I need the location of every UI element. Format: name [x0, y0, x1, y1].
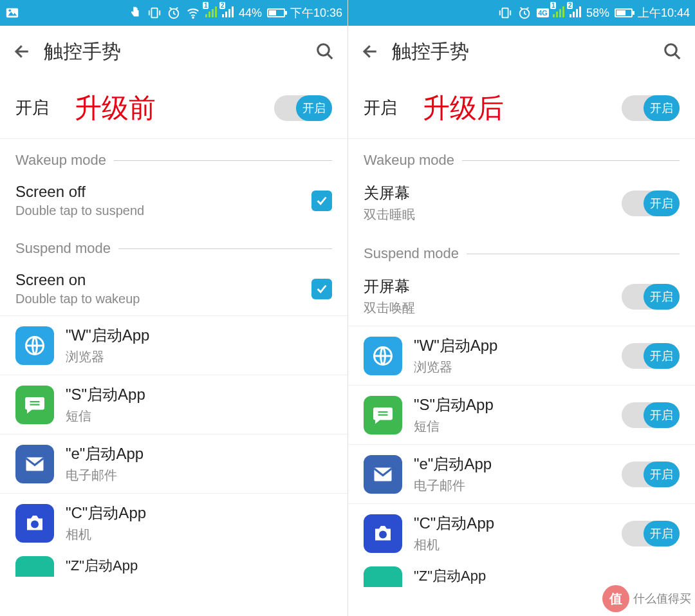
app-e-row[interactable]: "e"启动App电子邮件 — [0, 434, 348, 494]
app-z-icon — [364, 566, 402, 587]
annotation-before: 升级前 — [75, 90, 156, 126]
watermark-badge: 值 — [602, 585, 629, 612]
vibrate-icon — [147, 6, 162, 20]
back-button[interactable] — [13, 42, 32, 61]
app-w-row[interactable]: "W"启动App浏览器 开启 — [348, 326, 695, 386]
hand-icon — [128, 6, 142, 20]
screen-off-toggle[interactable]: 开启 — [622, 191, 680, 216]
svg-rect-3 — [151, 8, 157, 18]
svg-point-11 — [31, 520, 39, 528]
screen-off-row[interactable]: 关屏幕 双击睡眠 开启 — [348, 174, 695, 232]
svg-point-14 — [665, 44, 677, 56]
pane-before: 1 2 44% 下午10:36 触控手势 开启 升级前 开启 Wakeup mo… — [0, 0, 348, 616]
app-z-icon — [15, 556, 54, 577]
pane-after: 4G 1 2 58% 上午10:44 触控手势 开启 升级后 开启 Wakeup… — [348, 0, 695, 616]
wakeup-section-header: Wakeup mode — [348, 139, 695, 174]
screen-on-toggle[interactable]: 开启 — [622, 284, 680, 310]
search-button[interactable] — [663, 42, 682, 61]
screen-on-row[interactable]: Screen on Double tap to wakeup — [0, 262, 348, 316]
svg-rect-9 — [30, 404, 40, 405]
mail-icon — [364, 455, 402, 494]
master-label: 开启 — [15, 97, 49, 119]
app-c-row[interactable]: "C"启动App相机 — [0, 494, 348, 552]
app-s-row[interactable]: "S"启动App短信 开启 — [348, 386, 695, 445]
status-time: 下午10:36 — [290, 5, 342, 21]
app-w-toggle[interactable]: 开启 — [622, 343, 680, 369]
suspend-section-header: Suspend mode — [0, 227, 348, 262]
svg-point-6 — [318, 44, 329, 56]
status-bar: 4G 1 2 58% 上午10:44 — [348, 0, 695, 26]
app-s-row[interactable]: "S"启动App短信 — [0, 375, 348, 434]
search-button[interactable] — [315, 42, 335, 61]
master-toggle-row: 开启 升级前 开启 — [0, 77, 348, 139]
screen-off-title: Screen off — [15, 183, 144, 201]
browser-icon — [15, 326, 54, 365]
svg-point-2 — [9, 10, 12, 12]
sim1-signal: 1 — [553, 6, 564, 21]
master-toggle[interactable]: 开启 — [622, 95, 680, 121]
mail-icon — [15, 445, 54, 483]
wakeup-section-header: Wakeup mode — [0, 139, 348, 174]
camera-icon — [15, 504, 54, 543]
svg-point-19 — [379, 530, 387, 538]
camera-icon — [364, 514, 402, 553]
alarm-icon — [167, 6, 181, 20]
page-title: 触控手势 — [392, 39, 469, 65]
screen-on-sub: Double tap to wakeup — [15, 292, 140, 306]
browser-icon — [364, 337, 402, 375]
screen-off-row[interactable]: Screen off Double tap to suspend — [0, 174, 348, 227]
screen-off-sub: Double tap to suspend — [15, 203, 144, 218]
app-w-row[interactable]: "W"启动App浏览器 — [0, 316, 348, 375]
sms-icon — [364, 396, 402, 434]
wifi-icon — [186, 6, 200, 20]
image-icon — [5, 6, 19, 20]
app-s-toggle[interactable]: 开启 — [622, 402, 680, 428]
status-time: 上午10:44 — [638, 5, 690, 21]
svg-rect-0 — [6, 8, 18, 18]
sim1-signal: 1 — [205, 6, 217, 21]
svg-point-5 — [192, 17, 194, 18]
suspend-section-header: Suspend mode — [348, 232, 695, 267]
annotation-after: 升级后 — [423, 90, 504, 126]
app-e-row[interactable]: "e"启动App电子邮件 开启 — [348, 445, 695, 504]
master-toggle[interactable]: 开启 — [274, 95, 332, 121]
sim2-signal: 2 — [222, 6, 234, 21]
svg-rect-8 — [30, 401, 40, 402]
vibrate-icon — [498, 6, 512, 20]
page-title: 触控手势 — [44, 39, 121, 65]
master-toggle-row: 开启 升级后 开启 — [348, 77, 695, 139]
sim2-signal: 2 — [570, 6, 581, 21]
network-4g: 4G — [537, 8, 549, 17]
watermark: 值 什么值得买 — [602, 585, 691, 612]
app-c-toggle[interactable]: 开启 — [622, 521, 680, 546]
master-label: 开启 — [364, 97, 397, 119]
app-z-row-partial[interactable]: "Z"启动App — [0, 552, 348, 577]
app-bar: 触控手势 — [348, 26, 695, 77]
sms-icon — [15, 386, 54, 424]
battery-pct: 58% — [586, 6, 609, 20]
battery-pct: 44% — [239, 6, 262, 20]
app-e-toggle[interactable]: 开启 — [622, 462, 680, 487]
alarm-icon — [517, 6, 532, 20]
status-bar: 1 2 44% 下午10:36 — [0, 0, 348, 26]
back-button[interactable] — [361, 42, 380, 61]
screen-on-title: Screen on — [15, 271, 140, 289]
svg-rect-16 — [378, 411, 388, 413]
app-bar: 触控手势 — [0, 26, 348, 77]
screen-off-checkbox[interactable] — [311, 191, 332, 211]
battery-icon — [267, 8, 285, 17]
screen-on-checkbox[interactable] — [311, 279, 332, 299]
svg-rect-12 — [503, 8, 508, 18]
screen-on-row[interactable]: 开屏幕 双击唤醒 开启 — [348, 267, 695, 326]
app-z-row-partial[interactable]: "Z"启动App — [348, 563, 695, 587]
svg-rect-17 — [378, 414, 388, 415]
watermark-text: 什么值得买 — [633, 591, 691, 606]
app-c-row[interactable]: "C"启动App相机 开启 — [348, 504, 695, 563]
battery-icon — [615, 8, 633, 17]
